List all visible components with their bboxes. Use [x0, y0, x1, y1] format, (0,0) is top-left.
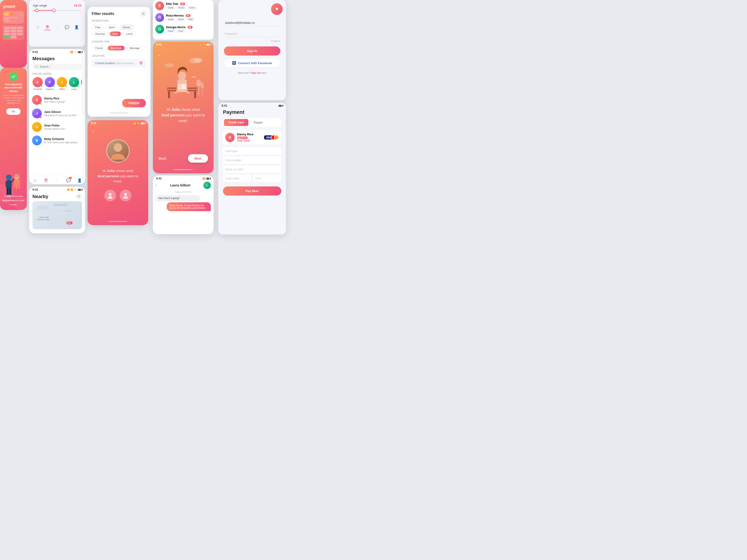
expire-date-input[interactable]: [223, 175, 251, 183]
sign-in-button[interactable]: Sign In: [224, 47, 280, 56]
password-input[interactable]: [224, 30, 280, 37]
facebook-button[interactable]: Connect with Facebook: [224, 58, 280, 68]
nearby-menu-icon[interactable]: ☰: [75, 193, 82, 200]
location-field[interactable]: Current location (San Francisco): [92, 59, 146, 68]
julia-pink-text: Hi Julia chose what kind persons you wan…: [87, 168, 148, 184]
svg-marker-44: [238, 137, 240, 139]
sign-up-link[interactable]: Sign Up: [251, 72, 260, 74]
finish-button[interactable]: FINISH: [122, 99, 146, 107]
tag-dinner[interactable]: Dinner: [120, 25, 133, 30]
messages-status-bar: 9:41 📶 ⚡: [29, 49, 85, 54]
chat-msg-1: Hey! How's it going?: [156, 195, 200, 202]
age-filter-panel: Age range 18-25 ⊞ ☆ 💬 👤: [29, 0, 85, 47]
filter-panel: Filter results ✕ Interesting Park Sport …: [87, 7, 151, 117]
tag-walk[interactable]: Walk: [110, 31, 121, 36]
online-user-1[interactable]: E Eugenia: [45, 77, 55, 90]
conversation-0[interactable]: D Danny Rice Hey! How's it going?: [29, 93, 85, 107]
user-name-2: Georgia Norris: [166, 26, 186, 29]
tag-marriage[interactable]: Marriage: [127, 46, 143, 51]
nav-profile-2[interactable]: 👤: [77, 178, 82, 183]
julia-pink-bottom-indicator: [108, 221, 127, 222]
svg-text:Pike St: Pike St: [65, 210, 71, 212]
user-card-0[interactable]: E Ellie Tote 15 Guitar Tennis Game: [153, 0, 213, 12]
svg-rect-38: [168, 91, 170, 98]
facebook-icon: [232, 61, 236, 65]
payment-user-avatar: D: [225, 133, 235, 142]
chat-time: 9:41: [156, 177, 162, 180]
chat-back-icon[interactable]: ‹: [156, 183, 157, 188]
tag-lunch[interactable]: Lunch: [123, 31, 136, 36]
name-on-card-input[interactable]: [223, 165, 281, 174]
age-slider[interactable]: [33, 10, 81, 11]
payment-time: 9:41: [222, 104, 227, 107]
nav-location-icon[interactable]: [45, 25, 50, 30]
nav-profile-icon[interactable]: 👤: [74, 25, 79, 30]
julia-orange-time: 9:41: [156, 43, 162, 46]
conversation-3[interactable]: B Betty Schwartz Hi Tina. How's your nig…: [29, 134, 85, 147]
online-label: ONLINE USERS: [32, 73, 82, 75]
chat-status-bar: 9:41 📶: [153, 176, 213, 181]
map-location-label: PIKE PINE: [40, 216, 49, 218]
svg-point-2: [6, 175, 12, 180]
nav-chat-icon[interactable]: 💬: [65, 25, 70, 30]
pay-now-button[interactable]: Pay Now: [223, 186, 281, 195]
bottom-indicator: [110, 112, 128, 113]
conversation-1[interactable]: J Jane Gibson What kind of music do you …: [29, 107, 85, 120]
nav-grid-icon[interactable]: ⊞: [35, 25, 41, 30]
nav-location-2[interactable]: [44, 178, 49, 183]
card-expiry: 13/2016: [5, 20, 22, 22]
payment-status-bar: 9:41: [218, 103, 286, 108]
payment-total: Total: 3,00$: [237, 139, 254, 142]
card-logos: VISA: [264, 135, 279, 140]
profile-photo: [106, 139, 130, 163]
nearby-title: Nearby: [32, 194, 48, 199]
tag-soulmate[interactable]: Soul Mate: [108, 46, 125, 50]
svg-point-40: [178, 72, 186, 80]
ok-button[interactable]: OK: [6, 108, 21, 115]
hi-julia-pink-panel: 9:41 📶 ⚡ ♥ ♥ ♥ Hi Julia chose what kind …: [87, 120, 148, 225]
payment-user-card: D Danny Rice VIP PR Total: 3,00$ VISA: [223, 130, 281, 144]
online-user-0[interactable]: C Christoph: [32, 77, 43, 90]
online-user-3[interactable]: L Laura: [69, 77, 79, 90]
terminal-panel: yment 4444 5555 3223 2247 13/2016: [0, 0, 27, 68]
svg-point-28: [124, 193, 127, 196]
online-user-2[interactable]: J Jeffrey: [57, 77, 67, 90]
search-input[interactable]: [40, 65, 79, 69]
slider-thumb-left[interactable]: [35, 9, 38, 12]
bench-illustration: [153, 54, 213, 105]
nav-chat-2[interactable]: 💬 4+: [66, 178, 71, 183]
card-number-input[interactable]: [223, 156, 281, 164]
julia-name-pink: Julia: [107, 169, 114, 173]
next-button[interactable]: Next: [188, 154, 208, 163]
tag-park[interactable]: Park: [92, 25, 104, 30]
julia-orange-text: Hi Julia chose what kind persons you wan…: [153, 107, 213, 124]
avatar-male: [120, 190, 131, 202]
nav-star-icon[interactable]: ☆: [55, 25, 60, 30]
payment-success-panel: Your payment was made with sucess Pocket…: [0, 68, 27, 210]
user-card-1[interactable]: R Rosa Herrera 91 Guitar Music R&B: [153, 12, 213, 23]
back-button[interactable]: Back: [158, 157, 166, 160]
nav-star-2[interactable]: ☆: [55, 178, 60, 183]
tag-friend[interactable]: Friend: [92, 46, 105, 51]
user-card-2[interactable]: G Georgia Norris 22 Guitar Food: [153, 23, 213, 35]
tag-sport[interactable]: Sport: [105, 25, 118, 30]
nav-grid-2[interactable]: ⊞: [32, 178, 37, 183]
filter-close-icon[interactable]: ✕: [140, 11, 146, 17]
location-value: Current location: [95, 61, 115, 65]
kind-persons-pink: kind persons: [98, 174, 119, 178]
users-list: E Ellie Tote 15 Guitar Tennis Game R Ros…: [153, 0, 213, 35]
credit-card-tab[interactable]: Credit Card: [224, 119, 248, 126]
payment-tabs: Credit Card Paypal: [223, 118, 281, 127]
julia-pink-status: 9:41 📶 ⚡: [87, 120, 148, 125]
online-user-4[interactable]: E Ear: [81, 77, 82, 90]
kind-persons-text: kind persons: [2, 199, 16, 202]
forgot-password-link[interactable]: Forgot p: [271, 39, 280, 42]
slider-thumb-right[interactable]: [52, 9, 56, 12]
email-input[interactable]: [224, 19, 280, 26]
svg-rect-4: [6, 181, 8, 187]
conversation-2[interactable]: S Sean Potter Sounds good to me!: [29, 120, 85, 134]
card-type-input[interactable]: [223, 147, 281, 155]
tag-dancing[interactable]: Dancing: [92, 31, 108, 36]
cvv-input[interactable]: [253, 175, 281, 183]
paypal-tab[interactable]: Paypal: [249, 119, 267, 126]
